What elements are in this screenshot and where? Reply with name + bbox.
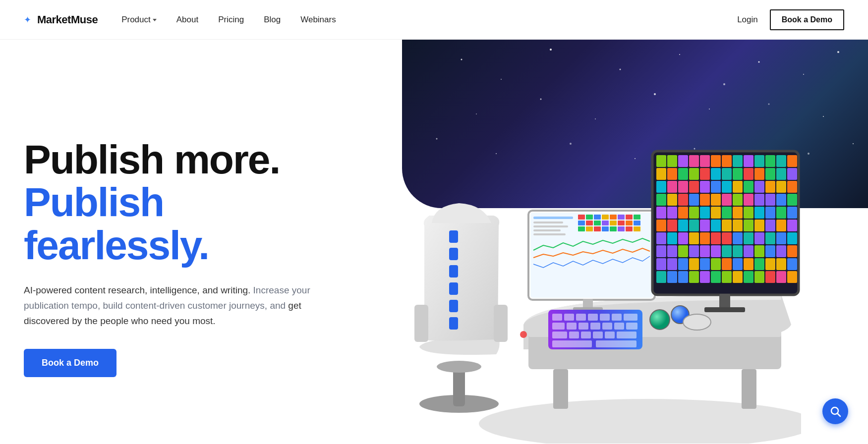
hero-section: Publish more. Publish fearlessly. AI-pow…	[0, 40, 868, 444]
nav-product[interactable]: Product	[121, 15, 157, 25]
hero-cta-button[interactable]: Book a Demo	[24, 349, 116, 377]
svg-rect-94	[614, 323, 624, 330]
svg-rect-127	[722, 168, 732, 180]
search-button[interactable]	[822, 398, 848, 424]
svg-rect-38	[414, 305, 428, 342]
svg-rect-67	[594, 226, 601, 231]
svg-rect-195	[754, 232, 764, 244]
svg-rect-37	[449, 317, 458, 330]
svg-rect-28	[742, 369, 756, 409]
svg-rect-152	[711, 194, 721, 206]
svg-rect-103	[596, 340, 637, 347]
svg-rect-44	[533, 217, 573, 219]
svg-rect-220	[744, 258, 753, 270]
svg-rect-47	[533, 229, 561, 231]
svg-rect-184	[776, 220, 786, 231]
svg-rect-56	[634, 215, 640, 220]
svg-rect-60	[602, 221, 609, 225]
cockpit-svg: /* colors handled in JS below */	[375, 87, 801, 444]
svg-rect-225	[656, 271, 666, 283]
svg-rect-217	[711, 258, 721, 270]
svg-rect-229	[700, 271, 710, 283]
svg-rect-208	[754, 245, 764, 257]
hero-title-line1: Publish more.	[24, 138, 311, 181]
svg-rect-176	[689, 220, 699, 231]
svg-rect-203	[700, 245, 710, 257]
svg-rect-132	[776, 168, 786, 180]
svg-rect-145	[776, 181, 786, 193]
svg-rect-178	[711, 220, 721, 231]
svg-rect-99	[593, 332, 603, 338]
svg-rect-204	[711, 245, 721, 257]
svg-rect-89	[552, 323, 565, 330]
hero-illustration: /* colors handled in JS below */	[331, 69, 844, 444]
svg-rect-119	[776, 155, 786, 167]
svg-rect-110	[678, 155, 688, 167]
svg-rect-137	[689, 181, 699, 193]
svg-rect-140	[722, 181, 732, 193]
svg-rect-59	[594, 221, 601, 225]
svg-rect-171	[776, 207, 786, 219]
svg-point-3	[620, 69, 621, 70]
svg-rect-147	[656, 194, 666, 206]
svg-rect-139	[711, 181, 721, 193]
svg-rect-222	[765, 258, 775, 270]
svg-rect-219	[733, 258, 743, 270]
svg-rect-136	[678, 181, 688, 193]
nav-blog[interactable]: Blog	[264, 15, 281, 25]
svg-rect-153	[722, 194, 732, 206]
svg-rect-237	[787, 271, 797, 283]
svg-rect-66	[586, 226, 593, 231]
svg-rect-101	[617, 332, 637, 338]
svg-rect-69	[610, 226, 617, 231]
svg-rect-234	[754, 271, 764, 283]
svg-point-0	[461, 59, 463, 60]
nav-demo-button[interactable]: Book a Demo	[770, 9, 844, 30]
svg-rect-35	[449, 282, 458, 295]
svg-rect-87	[612, 314, 622, 321]
svg-rect-86	[600, 314, 610, 321]
svg-point-107	[520, 331, 527, 338]
svg-rect-123	[678, 168, 688, 180]
svg-rect-71	[626, 226, 633, 231]
svg-rect-156	[754, 194, 764, 206]
nav-pricing[interactable]: Pricing	[218, 15, 244, 25]
svg-rect-108	[656, 155, 666, 167]
svg-rect-62	[618, 221, 625, 225]
svg-rect-50	[586, 215, 593, 220]
svg-rect-172	[787, 207, 797, 219]
svg-rect-166	[722, 207, 732, 219]
svg-point-15	[823, 116, 824, 117]
svg-rect-188	[678, 232, 688, 244]
login-button[interactable]: Login	[737, 15, 758, 25]
svg-rect-198	[787, 232, 797, 244]
svg-point-31	[437, 361, 481, 373]
svg-rect-226	[667, 271, 677, 283]
svg-rect-57	[578, 221, 585, 225]
svg-rect-88	[624, 314, 637, 321]
chevron-down-icon	[153, 19, 157, 21]
svg-rect-206	[733, 245, 743, 257]
svg-rect-144	[765, 181, 775, 193]
svg-rect-51	[594, 215, 601, 220]
svg-rect-102	[552, 340, 592, 347]
svg-rect-36	[449, 300, 458, 312]
svg-point-7	[803, 74, 804, 75]
nav-webinars[interactable]: Webinars	[300, 15, 336, 25]
logo[interactable]: ✦ MarketMuse	[24, 13, 98, 26]
svg-rect-82	[552, 314, 562, 321]
svg-rect-64	[634, 221, 640, 225]
svg-rect-167	[733, 207, 743, 219]
svg-rect-53	[610, 215, 617, 220]
nav-about[interactable]: About	[176, 15, 198, 25]
svg-rect-96	[552, 332, 567, 338]
nav-links: Product About Pricing Blog Webinars	[121, 15, 737, 25]
svg-rect-100	[605, 332, 615, 338]
svg-rect-135	[667, 181, 677, 193]
svg-rect-146	[787, 181, 797, 193]
svg-rect-34	[449, 265, 458, 278]
svg-rect-197	[776, 232, 786, 244]
svg-rect-113	[711, 155, 721, 167]
svg-rect-74	[719, 294, 730, 309]
svg-rect-194	[744, 232, 753, 244]
